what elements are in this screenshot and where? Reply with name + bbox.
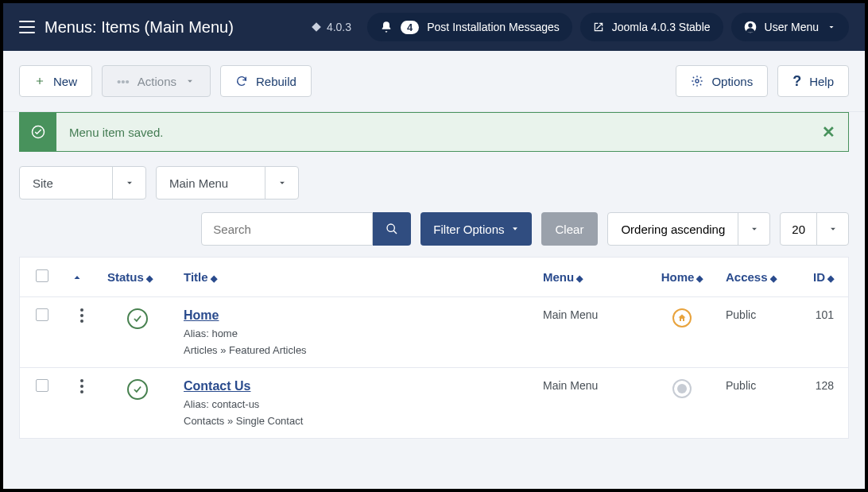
external-link-icon (593, 21, 604, 33)
options-button[interactable]: Options (676, 65, 768, 97)
row-checkbox[interactable] (36, 379, 48, 392)
search-button[interactable] (373, 212, 411, 246)
item-menu: Main Menu (535, 308, 646, 356)
alert-message: Menu item saved. (56, 126, 809, 139)
limit-select[interactable]: 20 (780, 212, 849, 246)
status-column[interactable]: Status◆ (99, 270, 176, 284)
item-alias: Alias: home (184, 327, 527, 339)
close-icon[interactable]: ✕ (809, 122, 848, 141)
new-button[interactable]: New (19, 65, 92, 97)
home-set-default-icon[interactable] (672, 379, 692, 398)
joomla-icon (311, 21, 322, 33)
topbar: Menus: Items (Main Menu) 4.0.3 4 Post In… (3, 3, 865, 51)
table-row: Contact UsAlias: contact-usContacts » Si… (20, 368, 848, 438)
menu-column[interactable]: Menu◆ (535, 270, 646, 284)
actions-button: ••• Actions (102, 65, 211, 97)
joomla-link-label: Joomla 4.0.3 Stable (612, 21, 711, 33)
bell-icon (380, 21, 393, 33)
table-row: HomeAlias: homeArticles » Featured Artic… (20, 297, 848, 368)
client-select[interactable]: Site (19, 166, 146, 200)
joomla-version: 4.0.3 (303, 21, 359, 33)
toolbar: New ••• Actions Rebuild Options ? Help (3, 51, 865, 112)
chevron-down-icon (816, 213, 848, 245)
svg-point-2 (696, 79, 699, 83)
help-button[interactable]: ? Help (777, 65, 849, 97)
menu-toggle-icon[interactable] (19, 21, 35, 33)
title-column[interactable]: Title◆ (176, 270, 535, 284)
user-icon (744, 21, 757, 33)
clear-button[interactable]: Clear (541, 212, 599, 246)
row-actions-menu[interactable] (72, 379, 91, 393)
ellipsis-icon: ••• (117, 75, 130, 88)
joomla-link[interactable]: Joomla 4.0.3 Stable (580, 13, 723, 41)
row-actions-menu[interactable] (72, 308, 91, 323)
id-column[interactable]: ID◆ (797, 270, 848, 284)
home-column[interactable]: Home◆ (646, 270, 718, 284)
item-type: Articles » Featured Articles (184, 344, 527, 356)
menu-items-table: Status◆ Title◆ Menu◆ Home◆ Access◆ ID◆ H… (19, 257, 849, 439)
user-menu-label: User Menu (765, 21, 819, 33)
filter-options-button[interactable]: Filter Options (420, 212, 531, 246)
caret-up-icon (72, 273, 82, 282)
question-icon: ? (792, 73, 801, 90)
item-title-link[interactable]: Home (184, 308, 219, 322)
chevron-down-icon (738, 213, 769, 245)
chevron-down-icon (184, 76, 196, 87)
ordering-column[interactable] (64, 273, 99, 282)
item-menu: Main Menu (535, 379, 646, 427)
caret-down-icon (511, 225, 519, 233)
search-icon (386, 223, 398, 235)
status-published-icon[interactable] (127, 308, 148, 329)
select-all-checkbox[interactable] (36, 269, 48, 282)
notifications-label: Post Installation Messages (427, 21, 560, 33)
user-menu-button[interactable]: User Menu (731, 13, 849, 41)
ordering-select[interactable]: Ordering ascending (607, 212, 770, 246)
page-title: Menus: Items (Main Menu) (45, 18, 234, 37)
plus-icon (34, 76, 45, 87)
chevron-down-icon (827, 22, 836, 32)
notifications-button[interactable]: 4 Post Installation Messages (367, 13, 572, 41)
item-access: Public (718, 379, 797, 427)
notifications-badge: 4 (401, 21, 419, 34)
refresh-icon (235, 75, 248, 87)
item-type: Contacts » Single Contact (184, 415, 527, 427)
gear-icon (691, 75, 703, 87)
item-title-link[interactable]: Contact Us (184, 379, 250, 393)
access-column[interactable]: Access◆ (718, 270, 797, 284)
svg-point-1 (748, 23, 752, 27)
home-default-icon[interactable] (672, 308, 692, 327)
rebuild-button[interactable]: Rebuild (220, 65, 312, 97)
chevron-down-icon (265, 167, 298, 199)
item-id: 101 (797, 308, 848, 356)
status-published-icon[interactable] (127, 379, 148, 400)
chevron-down-icon (112, 167, 145, 199)
check-circle-icon (20, 113, 56, 151)
success-alert: Menu item saved. ✕ (19, 112, 849, 152)
search-input[interactable] (201, 212, 373, 246)
svg-point-4 (387, 224, 394, 231)
row-checkbox[interactable] (36, 308, 48, 321)
item-alias: Alias: contact-us (184, 398, 527, 410)
item-id: 128 (797, 379, 848, 427)
menu-select[interactable]: Main Menu (156, 166, 299, 200)
item-access: Public (718, 308, 797, 356)
